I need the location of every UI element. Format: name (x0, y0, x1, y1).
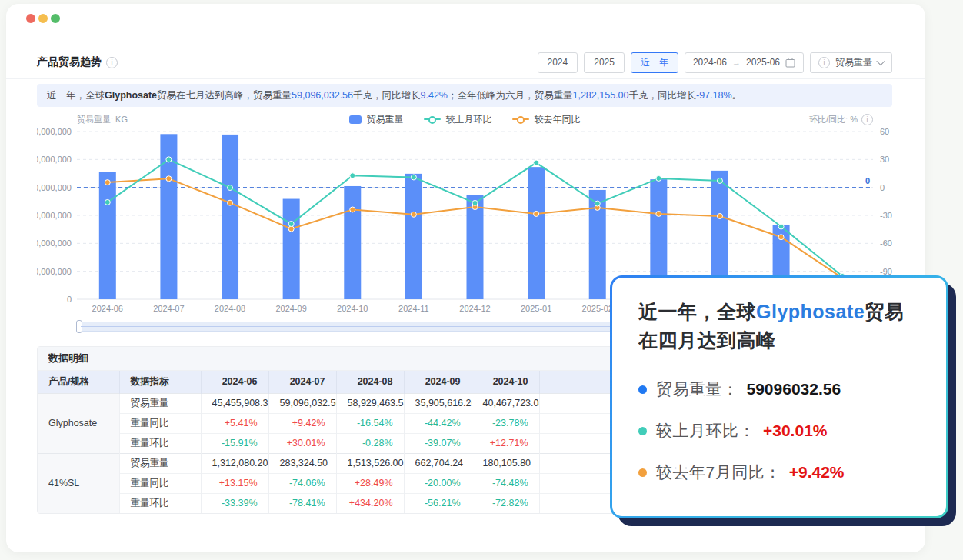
trade-weight-bar-2024-11[interactable] (405, 174, 422, 299)
mom-point-2025-04[interactable] (717, 178, 722, 183)
x-axis-label: 2024-08 (215, 304, 245, 313)
column-header-6: 2024-10 (472, 371, 539, 393)
year-2025-button[interactable]: 2025 (584, 52, 625, 73)
trade-weight-bar-2024-09[interactable] (283, 199, 300, 299)
title-info-icon[interactable] (106, 57, 118, 68)
mom-point-2024-06[interactable] (105, 199, 110, 205)
trade-weight-bar-2025-01[interactable] (528, 167, 545, 299)
yoy-point-2024-09[interactable] (288, 226, 294, 232)
value-cell: 1,513,526.00 (336, 453, 404, 473)
bullet-dot-icon (638, 385, 647, 394)
summary-segment: 千克，同比增长 (628, 89, 696, 102)
insight-item: 较上月环比：+30.01% (638, 419, 920, 442)
yoy-point-2025-04[interactable] (717, 213, 722, 218)
mom-point-2024-08[interactable] (228, 185, 233, 191)
x-axis-label: 2025-01 (521, 304, 551, 313)
value-cell: +12.71% (472, 433, 539, 453)
maximize-icon[interactable] (51, 14, 60, 23)
legend-item-line[interactable]: 较上月环比 (424, 113, 492, 126)
value-cell: -78.41% (268, 493, 336, 513)
yoy-point-2024-11[interactable] (411, 212, 416, 217)
insight-title-segment: Glyphosate (756, 301, 865, 322)
header-divider (6, 78, 925, 79)
mom-point-2025-01[interactable] (534, 160, 539, 165)
trade-weight-bar-2024-10[interactable] (344, 186, 361, 299)
value-cell: -0.28% (336, 433, 404, 453)
mom-point-2025-03[interactable] (656, 175, 661, 181)
value-cell: +13.15% (201, 473, 268, 493)
mom-point-2024-07[interactable] (166, 157, 172, 162)
trade-weight-bar-2024-06[interactable] (99, 172, 116, 299)
insight-item-label: 较上月环比： (656, 420, 755, 442)
calendar-icon (785, 58, 795, 68)
mom-point-2025-05[interactable] (778, 224, 784, 229)
trade-weight-bar-2024-12[interactable] (467, 195, 484, 299)
value-cell: -16.54% (336, 413, 404, 433)
insight-card-items: 贸易重量：59096032.56较上月环比：+30.01%较去年7月同比：+9.… (638, 378, 920, 484)
x-axis-label: 2024-12 (459, 304, 490, 313)
value-cell: -72.82% (472, 493, 539, 513)
insight-item-value: +30.01% (763, 422, 828, 440)
metric-cell: 重量环比 (119, 433, 201, 453)
value-cell: +434.20% (336, 493, 404, 513)
axis-info-icon[interactable] (861, 114, 873, 125)
mom-point-2024-10[interactable] (350, 173, 355, 178)
summary-segment: 千克，同比增长 (353, 89, 421, 102)
recent-year-button[interactable]: 近一年 (631, 52, 678, 73)
close-icon[interactable] (26, 14, 35, 23)
value-cell: -20.00% (404, 473, 472, 493)
chart-legend: 贸易重量较上月环比较去年同比 (37, 112, 892, 127)
mom-point-2024-11[interactable] (411, 175, 416, 180)
value-cell: 40,467,723.08 (472, 393, 539, 413)
x-axis-label: 2024-10 (337, 304, 368, 313)
yoy-point-2024-10[interactable] (350, 207, 355, 212)
left-axis-label: 0 (67, 295, 72, 304)
value-cell: -74.06% (268, 473, 336, 493)
scrollbar-left-handle[interactable] (76, 320, 82, 333)
yoy-point-2025-05[interactable] (778, 235, 784, 240)
zero-line-label: 0 (865, 176, 870, 185)
summary-segment: -97.18% (696, 90, 732, 101)
legend-line-swatch (424, 116, 441, 122)
yoy-point-2024-07[interactable] (166, 176, 172, 182)
legend-label: 较去年同比 (535, 113, 581, 126)
legend-item-line[interactable]: 较去年同比 (512, 113, 581, 126)
legend-label: 贸易重量 (367, 113, 404, 126)
value-cell: -33.39% (201, 493, 268, 513)
value-cell: +28.49% (336, 473, 404, 493)
value-cell: -39.07% (404, 433, 472, 453)
column-header-5: 2024-09 (404, 371, 472, 393)
summary-banner: 近一年，全球Glyphosate贸易在七月达到高峰，贸易重量59,096,032… (37, 84, 892, 107)
yoy-point-2024-08[interactable] (228, 200, 233, 205)
yoy-point-2025-01[interactable] (534, 211, 539, 216)
mom-point-2024-09[interactable] (288, 221, 294, 226)
date-start-value: 2024-06 (693, 57, 727, 68)
yoy-point-2025-03[interactable] (656, 211, 661, 216)
metric-select-value: 贸易重量 (835, 56, 872, 69)
metric-select[interactable]: 贸易重量 (810, 52, 892, 73)
page-title: 产品贸易趋势 (37, 55, 102, 69)
date-range-arrow: → (732, 58, 741, 67)
value-cell: -74.48% (472, 473, 539, 493)
year-2024-button[interactable]: 2024 (538, 52, 578, 73)
x-axis-label: 2024-07 (153, 304, 184, 313)
legend-item-bar[interactable]: 贸易重量 (349, 113, 404, 126)
left-axis-label: 10,000,000 (37, 267, 72, 276)
summary-segment: 贸易在七月达到高峰，贸易重量 (157, 89, 292, 102)
minimize-icon[interactable] (38, 14, 48, 23)
insight-card: 近一年，全球Glyphosate贸易在四月达到高峰 贸易重量：59096032.… (610, 275, 948, 518)
value-cell: -23.78% (472, 413, 539, 433)
insight-item: 贸易重量：59096032.56 (638, 378, 920, 401)
mom-point-2024-12[interactable] (472, 200, 478, 205)
yoy-point-2024-06[interactable] (105, 180, 110, 185)
trade-weight-bar-2024-08[interactable] (222, 135, 238, 299)
left-axis-label: 30,000,000 (37, 211, 72, 220)
insight-item-label: 贸易重量： (656, 378, 739, 400)
insight-card-body: 近一年，全球Glyphosate贸易在四月达到高峰 贸易重量：59096032.… (612, 278, 946, 516)
metric-cell: 重量环比 (119, 493, 201, 513)
summary-segment: ；全年低峰为六月，贸易重量 (448, 89, 573, 102)
product-cell: 41%SL (38, 453, 119, 513)
x-axis-label: 2024-09 (275, 304, 306, 313)
date-range-picker[interactable]: 2024-06 → 2025-06 (685, 52, 804, 73)
mom-point-2025-02[interactable] (595, 201, 600, 206)
